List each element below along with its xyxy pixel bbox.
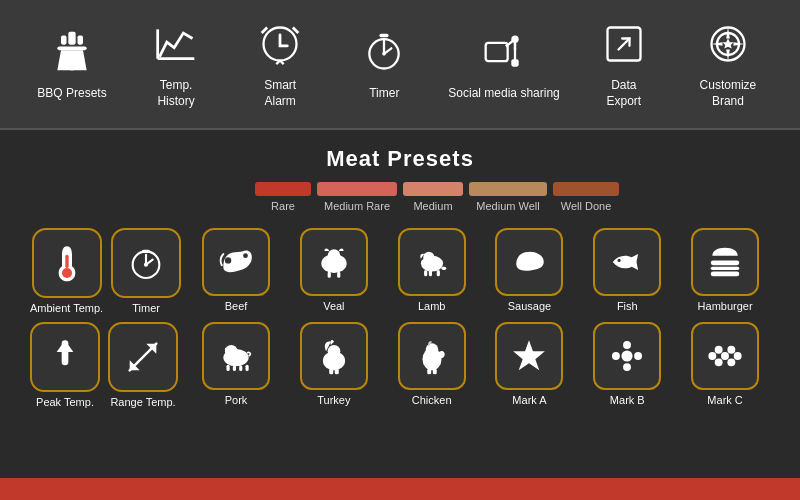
chart-icon [150,18,202,70]
top-bar: BBQ Presets Temp.History SmartAlarm Time… [0,0,800,130]
timer-item[interactable]: Timer [111,228,181,314]
svg-line-5 [262,28,268,34]
svg-point-59 [425,343,438,356]
chicken-item[interactable]: Chicken [387,322,477,408]
rare-bar [255,182,311,196]
peak-temp-box [30,322,100,392]
range-temp-label: Range Temp. [110,396,175,408]
range-temp-item[interactable]: Range Temp. [108,322,178,408]
turkey-label: Turkey [317,394,350,406]
social-media-label: Social media sharing [448,86,559,102]
svg-rect-51 [233,366,236,372]
timer-icon [358,26,410,78]
mark-a-label: Mark A [512,394,546,406]
svg-rect-14 [511,60,518,67]
fish-item[interactable]: Fish [582,228,672,314]
peak-temp-item[interactable]: Peak Temp. [30,322,100,408]
mark-a-box [495,322,563,390]
veal-item[interactable]: Veal [289,228,379,314]
lamb-label: Lamb [418,300,446,312]
svg-rect-40 [436,270,439,276]
sidebar-item-data-export[interactable]: DataExport [584,18,664,109]
mark-b-label: Mark B [610,394,645,406]
svg-rect-41 [429,270,432,276]
pork-item[interactable]: Pork [191,322,281,408]
svg-point-38 [423,252,434,263]
svg-rect-52 [239,366,242,372]
peak-temp-label: Peak Temp. [36,396,94,408]
bottom-bar [0,478,800,500]
svg-point-66 [612,352,620,360]
svg-rect-57 [335,369,339,375]
svg-rect-0 [68,32,75,45]
ambient-temp-item[interactable]: Ambient Temp. [30,228,103,314]
sausage-item[interactable]: Sausage [485,228,575,314]
svg-point-72 [721,352,729,360]
smart-alarm-label: SmartAlarm [264,78,296,109]
range-temp-box [108,322,178,392]
sidebar-item-bbq-presets[interactable]: BBQ Presets [32,26,112,102]
mark-c-box [691,322,759,390]
sausage-label: Sausage [508,300,551,312]
rare-label: Rare [271,200,295,212]
mark-b-item[interactable]: Mark B [582,322,672,408]
svg-point-43 [618,259,621,262]
svg-rect-3 [57,47,86,51]
svg-rect-45 [711,267,740,270]
beef-item[interactable]: Beef [191,228,281,314]
veal-box [300,228,368,296]
medium-well-bar [469,182,547,196]
turkey-box [300,322,368,390]
svg-point-21 [62,268,72,278]
doneness-rare: Rare [255,182,311,212]
svg-rect-60 [427,369,431,375]
medium-bar [403,182,463,196]
section-title: Meat Presets [30,146,770,172]
svg-point-32 [243,253,248,258]
well-done-label: Well Done [561,200,612,212]
pork-label: Pork [225,394,248,406]
sidebar-item-smart-alarm[interactable]: SmartAlarm [240,18,320,109]
brand-icon [702,18,754,70]
medium-label: Medium [413,200,452,212]
svg-point-63 [622,350,633,361]
lamb-box [398,228,466,296]
timer-left-box [111,228,181,298]
svg-rect-24 [142,250,150,253]
svg-marker-20 [722,39,733,49]
svg-point-64 [623,341,631,349]
svg-point-31 [225,257,231,263]
fish-label: Fish [617,300,638,312]
main-content: Meat Presets Rare Medium Rare Medium Med… [0,130,800,418]
veal-label: Veal [323,300,344,312]
mark-a-item[interactable]: Mark A [485,322,575,408]
hamburger-label: Hamburger [698,300,753,312]
customize-brand-label: CustomizeBrand [700,78,757,109]
svg-rect-53 [246,365,249,371]
svg-point-69 [727,346,735,354]
svg-point-11 [382,52,386,56]
svg-rect-56 [329,369,333,375]
svg-point-71 [727,358,735,366]
fish-box [593,228,661,296]
svg-rect-44 [711,260,740,265]
chicken-box [398,322,466,390]
mark-c-item[interactable]: Mark C [680,322,770,408]
timer-label: Timer [369,86,399,102]
chicken-label: Chicken [412,394,452,406]
turkey-item[interactable]: Turkey [289,322,379,408]
svg-rect-50 [227,365,230,371]
svg-line-17 [618,39,629,50]
beef-label: Beef [225,300,248,312]
sidebar-item-timer[interactable]: Timer [344,26,424,102]
temp-history-label: Temp.History [157,78,194,109]
share-icon [478,26,530,78]
sidebar-item-customize-brand[interactable]: CustomizeBrand [688,18,768,109]
hamburger-item[interactable]: Hamburger [680,228,770,314]
sidebar-item-temp-history[interactable]: Temp.History [136,18,216,109]
medium-rare-label: Medium Rare [324,200,390,212]
sidebar-item-social-media[interactable]: Social media sharing [448,26,559,102]
lamb-item[interactable]: Lamb [387,228,477,314]
svg-rect-35 [328,272,331,278]
svg-point-73 [708,352,716,360]
